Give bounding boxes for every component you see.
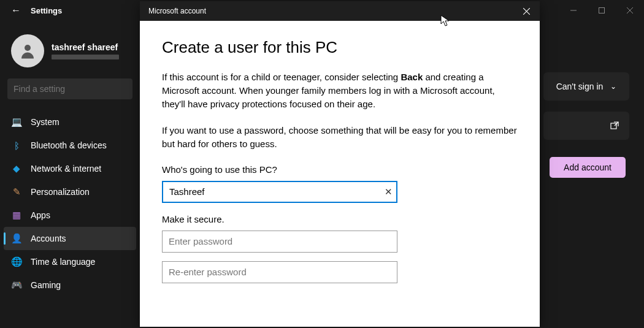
- profile-email-placeholder: [52, 55, 119, 59]
- settings-sidebar: tashreef shareef 💻SystemᛒBluetooth & dev…: [0, 21, 140, 328]
- sidebar-item-label: Apps: [31, 210, 50, 220]
- dialog-close-button[interactable]: [513, 1, 540, 21]
- sidebar-item-label: Gaming: [31, 280, 61, 290]
- gaming-icon: 🎮: [11, 280, 22, 291]
- svg-rect-5: [611, 123, 616, 129]
- password-input[interactable]: [162, 231, 397, 253]
- network-internet-icon: ◆: [11, 163, 22, 174]
- time-language-icon: 🌐: [11, 256, 22, 267]
- svg-point-4: [25, 45, 31, 51]
- back-arrow-icon[interactable]: ←: [11, 5, 21, 16]
- sidebar-item-accounts[interactable]: 👤Accounts: [4, 227, 136, 250]
- sidebar-item-bluetooth-devices[interactable]: ᛒBluetooth & devices: [4, 134, 136, 157]
- close-icon: [523, 8, 530, 15]
- close-window-button[interactable]: [616, 0, 644, 21]
- open-external-icon: [610, 121, 619, 131]
- password-confirm-input[interactable]: [162, 261, 397, 283]
- accounts-icon: 👤: [11, 233, 22, 244]
- microsoft-account-dialog: Microsoft account Create a user for this…: [140, 1, 540, 327]
- dialog-body: Create a user for this PC If this accoun…: [140, 21, 540, 327]
- minimize-button[interactable]: [559, 0, 588, 21]
- sidebar-item-time-language[interactable]: 🌐Time & language: [4, 250, 136, 273]
- sidebar-item-gaming[interactable]: 🎮Gaming: [4, 273, 136, 297]
- profile-name: tashreef shareef: [52, 42, 119, 52]
- dialog-title: Microsoft account: [148, 7, 206, 15]
- profile-section[interactable]: tashreef shareef: [4, 31, 136, 78]
- sign-in-dropdown[interactable]: Can't sign in ⌄: [543, 72, 629, 101]
- dialog-header: Microsoft account: [140, 1, 540, 21]
- sidebar-item-network-internet[interactable]: ◆Network & internet: [4, 157, 136, 180]
- search-input[interactable]: [7, 78, 132, 99]
- person-icon: [18, 42, 37, 60]
- sidebar-item-system[interactable]: 💻System: [4, 110, 136, 134]
- settings-title: Settings: [31, 6, 62, 15]
- add-account-button[interactable]: Add account: [550, 157, 626, 178]
- maximize-button[interactable]: [588, 0, 616, 21]
- username-input[interactable]: [162, 181, 397, 203]
- personalization-icon: ✎: [11, 186, 22, 197]
- dialog-paragraph-2: If you want to use a password, choose so…: [162, 124, 518, 151]
- sidebar-item-label: Accounts: [31, 234, 66, 243]
- svg-rect-1: [599, 8, 605, 13]
- dropdown-label: Can't sign in: [556, 82, 604, 91]
- accounts-right-panel: Can't sign in ⌄ Add account: [543, 72, 635, 178]
- secure-label: Make it secure.: [162, 214, 518, 224]
- chevron-down-icon: ⌄: [610, 82, 616, 91]
- clear-input-icon[interactable]: ✕: [385, 186, 393, 197]
- sidebar-item-label: Network & internet: [31, 164, 101, 174]
- sidebar-item-apps[interactable]: ▦Apps: [4, 204, 136, 227]
- sidebar-item-label: System: [31, 117, 59, 127]
- dialog-heading: Create a user for this PC: [162, 38, 518, 57]
- system-icon: 💻: [11, 116, 22, 128]
- username-label: Who's going to use this PC?: [162, 164, 518, 175]
- window-controls: [559, 0, 644, 21]
- sidebar-item-label: Personalization: [31, 187, 90, 197]
- sidebar-item-personalization[interactable]: ✎Personalization: [4, 180, 136, 204]
- username-field-wrap: ✕: [162, 181, 397, 203]
- dialog-paragraph-1: If this account is for a child or teenag…: [162, 71, 518, 110]
- avatar: [11, 34, 44, 67]
- bluetooth-devices-icon: ᛒ: [11, 140, 22, 151]
- external-link-row[interactable]: [543, 112, 629, 140]
- sidebar-item-label: Time & language: [31, 257, 95, 267]
- sidebar-item-label: Bluetooth & devices: [31, 140, 107, 150]
- nav-list: 💻SystemᛒBluetooth & devices◆Network & in…: [4, 110, 136, 297]
- apps-icon: ▦: [11, 210, 22, 221]
